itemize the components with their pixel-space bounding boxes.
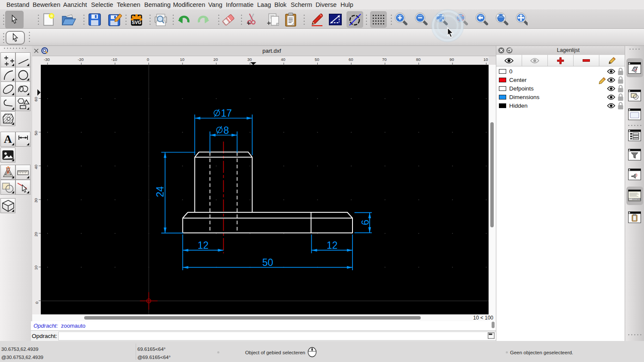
svg-text:8: 8 [224, 125, 229, 136]
svg-text:12: 12 [197, 240, 209, 251]
svg-text:24: 24 [155, 186, 166, 197]
svg-text:6: 6 [360, 220, 371, 225]
svg-text:12: 12 [327, 240, 338, 251]
svg-text:SVG: SVG [132, 20, 141, 25]
svg-text:> command: > command [630, 198, 641, 200]
svg-text:17: 17 [221, 108, 232, 119]
svg-text:50: 50 [262, 257, 273, 268]
